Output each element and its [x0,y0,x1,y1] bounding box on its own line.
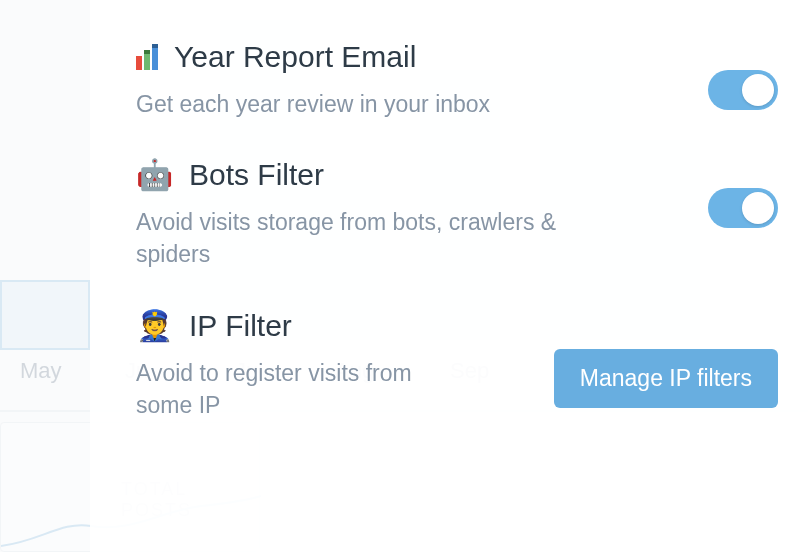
bg-selection-box [0,280,90,350]
settings-panel: Year Report Email Get each year review i… [90,0,808,552]
police-icon: 👮 [136,311,173,341]
setting-desc: Avoid to register visits from some IP [136,357,436,421]
setting-desc: Get each year review in your inbox [136,88,596,120]
setting-desc: Avoid visits storage from bots, crawlers… [136,206,596,270]
year-report-toggle[interactable] [708,70,778,110]
setting-title: Bots Filter [189,158,324,192]
setting-title: Year Report Email [174,40,416,74]
robot-icon: 🤖 [136,160,173,190]
setting-year-report: Year Report Email Get each year review i… [136,40,778,158]
bar-chart-icon [136,44,158,70]
month-label: May [20,358,62,384]
setting-ip-filter: 👮 IP Filter Avoid to register visits fro… [136,309,778,459]
bots-filter-toggle[interactable] [708,188,778,228]
setting-bots-filter: 🤖 Bots Filter Avoid visits storage from … [136,158,778,308]
manage-ip-filters-button[interactable]: Manage IP filters [554,349,778,408]
setting-title: IP Filter [189,309,292,343]
